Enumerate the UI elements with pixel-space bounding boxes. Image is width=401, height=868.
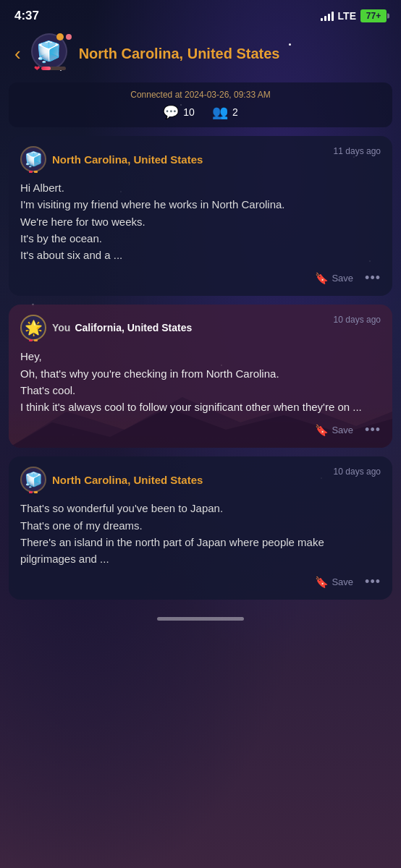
message-card: 🧊 North Carolina, United States 11 days …: [9, 136, 392, 296]
dot-pink: [66, 34, 72, 40]
msg-avatar: 🌟: [20, 315, 46, 341]
msg-footer: 🔖 Save •••: [20, 422, 381, 438]
dot-orange: [56, 33, 64, 41]
battery-indicator: 77+: [360, 9, 387, 22]
bookmark-icon: 🔖: [315, 424, 329, 437]
header-avatar: 🧊 ❤: [31, 33, 72, 74]
heart-icon: ❤: [34, 64, 40, 72]
msg-header: 🌟 You California, United States 10 days …: [20, 315, 381, 341]
msg-body: Hi Albert. I'm visiting my friend where …: [20, 179, 381, 263]
header: ‹ 🧊 ❤ North Carolina, United States: [0, 27, 401, 82]
more-options-button[interactable]: •••: [365, 271, 381, 286]
save-button[interactable]: 🔖 Save: [315, 424, 353, 437]
msg-user: 🌟 You California, United States: [20, 315, 192, 341]
avatar-underline: [29, 491, 38, 493]
heart-fill: [41, 67, 51, 70]
people-icon: 👥: [212, 104, 228, 120]
messages-list: 🧊 North Carolina, United States 11 days …: [0, 127, 401, 608]
msg-footer: 🔖 Save •••: [20, 574, 381, 590]
msg-user: 🧊 North Carolina, United States: [20, 467, 203, 493]
lte-label: LTE: [338, 10, 356, 22]
avatar-underline: [29, 171, 38, 173]
msg-username: North Carolina, United States: [52, 474, 203, 486]
save-label: Save: [332, 425, 353, 435]
home-bar: [157, 617, 244, 621]
signal-icon: [321, 11, 334, 21]
connection-stats: 💬 10 👥 2: [20, 104, 381, 120]
msg-avatar: 🧊: [20, 146, 46, 172]
msg-user: 🧊 North Carolina, United States: [20, 146, 203, 172]
msg-time: 10 days ago: [334, 467, 381, 477]
home-indicator: [0, 608, 401, 626]
msg-footer: 🔖 Save •••: [20, 271, 381, 286]
save-label: Save: [332, 576, 353, 587]
more-options-button[interactable]: •••: [365, 574, 381, 590]
msg-time: 11 days ago: [334, 146, 381, 156]
avatar-underline: [29, 339, 38, 341]
heart-bar: ❤: [34, 64, 66, 72]
header-title: North Carolina, United States: [79, 46, 280, 62]
heart-progress: [41, 67, 66, 70]
msg-location: California, United States: [75, 322, 192, 333]
you-tag: You: [52, 322, 70, 333]
save-button[interactable]: 🔖 Save: [315, 576, 353, 589]
msg-time: 10 days ago: [334, 315, 381, 325]
save-label: Save: [332, 273, 353, 284]
msg-avatar: 🧊: [20, 467, 46, 493]
message-count-stat: 💬 10: [163, 104, 195, 120]
message-count: 10: [183, 106, 195, 118]
bookmark-icon: 🔖: [315, 576, 329, 589]
msg-body: Hey, Oh, that's why you're checking in f…: [20, 348, 381, 415]
status-right: LTE 77+: [321, 9, 387, 22]
chat-icon: 💬: [163, 104, 179, 120]
message-card: 🧊 North Carolina, United States 10 days …: [9, 456, 392, 600]
bookmark-icon: 🔖: [315, 272, 329, 285]
back-button[interactable]: ‹: [12, 43, 24, 65]
msg-header: 🧊 North Carolina, United States 11 days …: [20, 146, 381, 172]
connection-bar: Connected at 2024-03-26, 09:33 AM 💬 10 👥…: [9, 82, 392, 127]
member-count-stat: 👥 2: [212, 104, 238, 120]
avatar-dots: [56, 33, 72, 41]
you-user-row: You California, United States: [52, 322, 192, 333]
status-bar: 4:37 LTE 77+: [0, 0, 401, 27]
status-time: 4:37: [14, 9, 39, 23]
member-count: 2: [232, 106, 238, 118]
msg-header: 🧊 North Carolina, United States 10 days …: [20, 467, 381, 493]
connected-text: Connected at 2024-03-26, 09:33 AM: [20, 90, 381, 100]
save-button[interactable]: 🔖 Save: [315, 272, 353, 285]
msg-body: That's so wonderful you've been to Japan…: [20, 500, 381, 567]
msg-user-info: You California, United States: [52, 322, 192, 333]
more-options-button[interactable]: •••: [365, 422, 381, 438]
msg-username: North Carolina, United States: [52, 153, 203, 166]
you-message-card: 🌟 You California, United States 10 days …: [9, 305, 392, 448]
